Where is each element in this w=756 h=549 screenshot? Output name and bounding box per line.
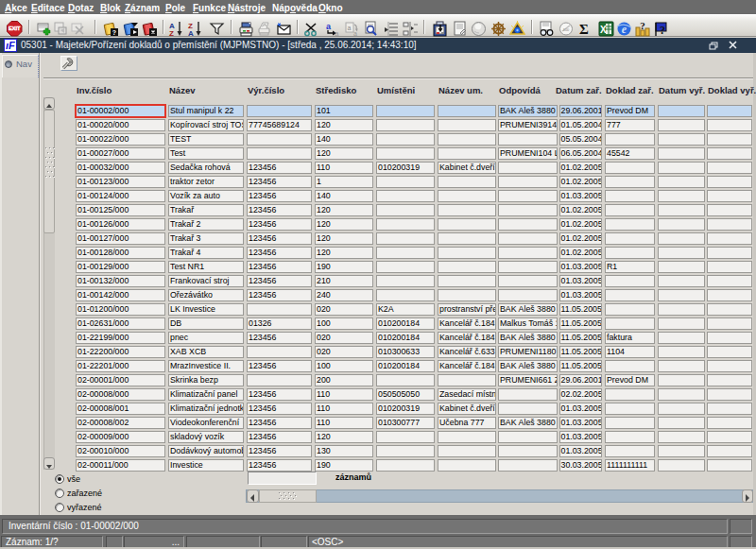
svg-text:a: a: [335, 29, 339, 37]
svg-text:?: ?: [660, 24, 665, 37]
svg-text:a: a: [326, 22, 332, 31]
svg-text:a: a: [348, 25, 352, 31]
svg-text:?: ?: [112, 29, 116, 36]
svg-text:a: a: [353, 30, 357, 37]
svg-text:EXIT: EXIT: [9, 26, 21, 31]
svg-text:?: ?: [640, 21, 645, 31]
svg-text:Z: Z: [169, 29, 174, 37]
svg-text:Σ: Σ: [579, 22, 589, 37]
svg-text:X: X: [600, 25, 607, 35]
svg-text:A: A: [188, 29, 194, 37]
svg-text:100: 100: [563, 27, 570, 32]
